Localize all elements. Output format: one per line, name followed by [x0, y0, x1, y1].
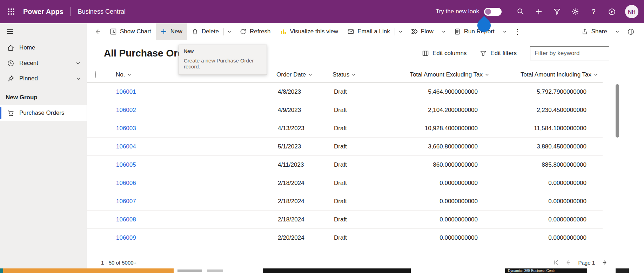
- hamburger-button[interactable]: [6, 28, 14, 35]
- new-look-toggle-group[interactable]: Try the new look: [436, 8, 502, 16]
- run-report-menu-button[interactable]: [499, 23, 510, 40]
- filter-keyword-input[interactable]: [530, 46, 609, 60]
- edit-columns-button[interactable]: Edit columns: [422, 50, 467, 57]
- help-button[interactable]: ?: [584, 0, 603, 23]
- select-all-checkbox[interactable]: [95, 71, 96, 78]
- cell-status: Draft: [333, 198, 403, 205]
- cell-excl: 2,104.2000000000: [403, 107, 494, 114]
- cell-status: Draft: [333, 161, 403, 168]
- cell-incl: 0.0000000000: [494, 234, 603, 241]
- video-icon: [608, 8, 616, 16]
- edit-filters-button[interactable]: Edit filters: [480, 50, 517, 57]
- purchase-orders-table: No. Order Date Status: [87, 67, 603, 247]
- sidebar-item-recent[interactable]: Recent: [0, 55, 87, 71]
- share-icon: [581, 28, 588, 35]
- column-header-label: Total Amount Excluding Tax: [410, 71, 483, 78]
- cell-incl: 2,230.4500000000: [494, 107, 603, 114]
- command-bar: Show Chart New Delete: [87, 23, 644, 40]
- record-count: 1 - 50 of 5000+: [101, 260, 136, 266]
- brand-title[interactable]: Power Apps: [23, 8, 63, 16]
- order-link[interactable]: 106008: [116, 216, 136, 223]
- order-link[interactable]: 106007: [116, 198, 136, 205]
- order-link[interactable]: 106006: [116, 180, 136, 186]
- chart-icon: [110, 28, 117, 35]
- cell-incl: 0.0000000000: [494, 216, 603, 223]
- order-link[interactable]: 106003: [116, 125, 136, 132]
- sidebar-item-purchase-orders[interactable]: Purchase Orders: [0, 105, 87, 121]
- avatar[interactable]: NH: [625, 5, 638, 18]
- cell-no: 106005: [112, 161, 276, 168]
- new-plus-icon: [160, 28, 167, 35]
- search-button[interactable]: [511, 0, 530, 23]
- cell-incl: 0.0000000000: [494, 198, 603, 205]
- delete-menu-button[interactable]: [224, 23, 235, 40]
- previous-page-button[interactable]: [565, 259, 571, 266]
- cell-status: Draft: [333, 234, 403, 241]
- sidebar-item-pinned[interactable]: Pinned: [0, 71, 87, 86]
- new-button[interactable]: New: [156, 23, 187, 40]
- sidebar-item-home[interactable]: Home: [0, 40, 87, 55]
- order-link[interactable]: 106004: [116, 143, 136, 150]
- visualize-view-button[interactable]: Visualize this view: [275, 23, 343, 40]
- cell-status: Draft: [333, 180, 403, 187]
- filter-button[interactable]: [548, 0, 566, 23]
- next-page-button[interactable]: [602, 259, 608, 266]
- email-link-button[interactable]: Email a Link: [343, 23, 395, 40]
- table-row: 106008 2/18/2024 Draft 0.0000000000 0.00…: [87, 211, 603, 229]
- flow-icon: [411, 28, 418, 35]
- avatar-initials: NH: [628, 9, 636, 15]
- visualize-bars-icon: [280, 28, 287, 35]
- table-header-row: No. Order Date Status: [87, 67, 603, 83]
- refresh-button[interactable]: Refresh: [235, 23, 275, 40]
- back-button[interactable]: [90, 23, 105, 40]
- bottom-strip-teal-segment: [0, 268, 3, 273]
- overflow-button[interactable]: ⋮: [510, 23, 525, 40]
- flow-menu-button[interactable]: [438, 23, 449, 40]
- sidebar: Home Recent Pinned: [0, 23, 87, 273]
- flow-button[interactable]: Flow: [406, 23, 438, 40]
- list-footer: 1 - 50 of 5000+ Page 1: [87, 255, 644, 270]
- envelope-icon: [347, 28, 354, 35]
- cell-excl: 5,464.9000000000: [403, 88, 494, 95]
- email-link-menu-button[interactable]: [395, 23, 406, 40]
- column-header-total-incl-tax[interactable]: Total Amount Including Tax: [494, 71, 603, 78]
- run-report-button[interactable]: Run Report: [449, 23, 499, 40]
- column-header-order-date[interactable]: Order Date: [276, 71, 333, 78]
- chevron-down-icon: [75, 60, 81, 66]
- column-header-status[interactable]: Status: [333, 71, 403, 78]
- order-link[interactable]: 106002: [116, 107, 136, 113]
- cell-date: 4/11/2023: [276, 161, 333, 168]
- chevron-down-icon: [75, 76, 81, 81]
- waffle-icon: [7, 8, 15, 15]
- settings-button[interactable]: [566, 0, 584, 23]
- new-look-toggle[interactable]: [484, 8, 502, 16]
- show-chart-label: Show Chart: [120, 28, 151, 35]
- cell-no: 106007: [112, 198, 276, 205]
- sort-caret-icon: [352, 73, 356, 76]
- cell-status: Draft: [333, 143, 403, 150]
- sidebar-header: [0, 23, 87, 40]
- cell-date: 4/8/2023: [276, 88, 333, 95]
- vertical-scrollbar-thumb[interactable]: [616, 84, 619, 138]
- chevron-down-icon: [615, 29, 620, 34]
- cell-status: Draft: [333, 216, 403, 223]
- columns-icon: [422, 50, 429, 57]
- plus-icon: [535, 8, 543, 15]
- column-header-total-excl-tax[interactable]: Total Amount Excluding Tax: [403, 71, 494, 78]
- waffle-menu-button[interactable]: [2, 0, 20, 23]
- order-link[interactable]: 106009: [116, 234, 136, 241]
- order-link[interactable]: 106001: [116, 88, 136, 95]
- tooltip-title: New: [184, 48, 262, 54]
- cart-icon: [7, 109, 14, 117]
- show-chart-button[interactable]: Show Chart: [105, 23, 156, 40]
- order-link[interactable]: 106005: [116, 161, 136, 168]
- first-page-button[interactable]: [553, 259, 559, 266]
- add-button[interactable]: [530, 0, 548, 23]
- bottom-strip-dark-corner: [616, 268, 629, 273]
- share-button[interactable]: Share: [577, 23, 612, 40]
- cell-no: 106004: [112, 143, 276, 150]
- share-menu-button[interactable]: [612, 23, 623, 40]
- video-button[interactable]: [603, 0, 621, 23]
- delete-button[interactable]: Delete: [187, 23, 223, 40]
- side-pane-button[interactable]: [623, 23, 638, 40]
